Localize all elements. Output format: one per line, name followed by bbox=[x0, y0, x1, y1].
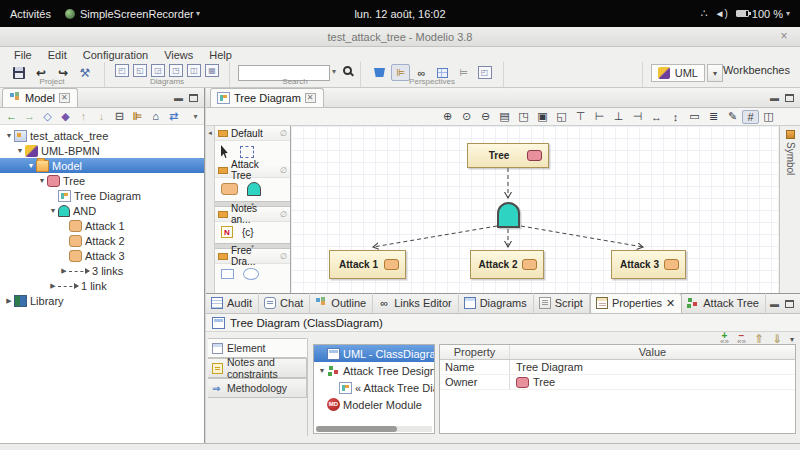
app-menu[interactable]: SimpleScreenRecorder ▾ bbox=[65, 8, 200, 20]
tab-diagrams[interactable]: Diagrams bbox=[459, 293, 534, 313]
horizontal-scrollbar[interactable] bbox=[316, 426, 432, 432]
expander-icon[interactable]: ▼ bbox=[317, 367, 327, 374]
related-diagram-button[interactable]: ◇ bbox=[39, 110, 56, 123]
create-class-diagram-button[interactable]: ◰ bbox=[115, 64, 129, 77]
scrollbar-thumb[interactable] bbox=[316, 426, 397, 432]
node-attack-2[interactable]: Attack 2 bbox=[470, 250, 544, 279]
expander-icon[interactable]: ▶ bbox=[48, 282, 58, 290]
node-attack-3[interactable]: Attack 3 bbox=[611, 250, 686, 279]
menu-configuration[interactable]: Configuration bbox=[75, 48, 156, 62]
tree-item-tree-diagram[interactable]: Tree Diagram bbox=[0, 188, 204, 203]
zoom-in-button[interactable]: ⊕ bbox=[438, 110, 457, 123]
pin-icon[interactable]: ∅ bbox=[280, 252, 287, 261]
sync-with-tree-button[interactable]: ⇄ bbox=[165, 110, 182, 123]
palette-tool-rect[interactable] bbox=[221, 269, 234, 279]
zoom-out-button[interactable]: ⊖ bbox=[476, 110, 495, 123]
close-icon[interactable]: ✕ bbox=[59, 93, 70, 103]
side-tab-notes-and-constraints[interactable]: Notes and constraints bbox=[208, 358, 307, 378]
palette-tool-cursor[interactable] bbox=[221, 145, 231, 158]
collapse-all-button[interactable]: ⊟ bbox=[111, 110, 128, 123]
same-height-button[interactable]: ↕ bbox=[666, 111, 685, 123]
tree-item-attack-1[interactable]: Attack 1 bbox=[0, 218, 204, 233]
search-dropdown[interactable]: ▾ bbox=[330, 64, 339, 76]
palette-tool-ellipse[interactable] bbox=[243, 268, 259, 280]
module-tree-item-attack-tree-designer[interactable]: ▼Attack Tree Designer bbox=[314, 362, 434, 379]
maximize-button[interactable] bbox=[189, 94, 198, 102]
palette-section-attack-tree[interactable]: Attack Tree∅ bbox=[215, 163, 290, 178]
property-row-name[interactable]: NameTree Diagram bbox=[440, 360, 795, 375]
tree-item-test-attack-tree[interactable]: ▼test_attack_tree bbox=[0, 128, 204, 143]
property-value[interactable]: Tree Diagram bbox=[510, 360, 795, 374]
tab-attack-tree[interactable]: Attack Tree bbox=[682, 293, 766, 313]
minimize-button[interactable]: ▬ bbox=[174, 94, 183, 103]
palette-tool-note[interactable]: N bbox=[221, 226, 233, 238]
tab-tree-diagram[interactable]: Tree Diagram ✕ bbox=[210, 88, 324, 107]
menu-edit[interactable]: Edit bbox=[40, 48, 75, 62]
palette-tool-attack[interactable] bbox=[221, 183, 238, 195]
print-button[interactable]: ▤ bbox=[495, 110, 514, 123]
pin-icon[interactable]: ∅ bbox=[280, 129, 287, 138]
tab-properties[interactable]: Properties✕ bbox=[590, 293, 682, 313]
pin-icon[interactable]: ∅ bbox=[280, 166, 287, 175]
create-package-diagram-button[interactable]: ◱ bbox=[133, 64, 147, 77]
close-icon[interactable]: ✕ bbox=[666, 297, 675, 310]
menu-help[interactable]: Help bbox=[201, 48, 240, 62]
expander-icon[interactable]: ▼ bbox=[26, 162, 36, 169]
create-activity-diagram-button[interactable]: ◫ bbox=[187, 64, 201, 77]
tab-model[interactable]: Model ✕ bbox=[2, 88, 78, 107]
minimize-button[interactable]: ▬ bbox=[770, 300, 779, 309]
view-menu-button[interactable]: ▾ bbox=[187, 112, 204, 121]
node-and-gate[interactable] bbox=[497, 202, 520, 228]
view-menu-button[interactable]: ▾ bbox=[790, 335, 794, 344]
workbench-dropdown[interactable]: ▾ bbox=[707, 64, 723, 82]
tree-item-model[interactable]: ▼Model bbox=[0, 158, 204, 173]
side-tab-element[interactable]: Element bbox=[208, 338, 307, 358]
tab-chat[interactable]: Chat bbox=[259, 293, 310, 313]
related-element-button[interactable]: ◆ bbox=[57, 110, 74, 123]
module-tree-item--attack-tree-diagram-[interactable]: « Attack Tree Diagram » bbox=[314, 379, 434, 396]
create-use-case-diagram-button[interactable]: ◲ bbox=[151, 64, 165, 77]
side-tab-methodology[interactable]: ⇒Methodology bbox=[208, 378, 307, 398]
pin-icon[interactable]: ∅ bbox=[280, 210, 287, 219]
align-bottom-button[interactable]: ⊥ bbox=[609, 110, 628, 123]
tree-item-library[interactable]: ▶Library bbox=[0, 293, 204, 308]
tab-outline[interactable]: Outline bbox=[310, 293, 373, 313]
expander-icon[interactable]: ▼ bbox=[48, 207, 58, 214]
distribute-button[interactable]: ≣ bbox=[704, 110, 723, 123]
property-value[interactable]: Tree bbox=[510, 375, 795, 389]
expander-icon[interactable]: ▶ bbox=[4, 297, 14, 305]
node-attack-1[interactable]: Attack 1 bbox=[329, 250, 406, 279]
zoom-actual-button[interactable]: ⊙ bbox=[457, 110, 476, 123]
maximize-button[interactable] bbox=[785, 300, 794, 308]
palette-tool-marquee[interactable] bbox=[240, 146, 254, 158]
nav-back-button[interactable]: ← bbox=[3, 110, 20, 122]
window-close-button[interactable]: × bbox=[776, 29, 792, 45]
align-top-button[interactable]: ⊤ bbox=[571, 110, 590, 123]
screenshot-button[interactable]: ▣ bbox=[533, 110, 552, 123]
expander-icon[interactable]: ▼ bbox=[15, 147, 25, 154]
create-matrix-new-button[interactable]: ▦ bbox=[205, 64, 219, 77]
expander-icon[interactable]: ▼ bbox=[4, 132, 14, 139]
same-width-button[interactable]: ↔ bbox=[647, 111, 666, 123]
tab-audit[interactable]: Audit bbox=[206, 293, 259, 313]
column-header-property[interactable]: Property bbox=[440, 345, 510, 359]
tab-symbol[interactable]: Symbol bbox=[780, 130, 800, 175]
home-button[interactable]: ⌂ bbox=[147, 110, 164, 122]
tree-item-3-links[interactable]: ▶3 links bbox=[0, 263, 204, 278]
align-right-button[interactable]: ⊣ bbox=[628, 110, 647, 123]
search-icon[interactable] bbox=[343, 66, 352, 75]
zoom-selection-button[interactable]: ◱ bbox=[552, 110, 571, 123]
format-paint-button[interactable]: ✎ bbox=[723, 110, 742, 123]
expander-icon[interactable]: ▼ bbox=[37, 177, 47, 184]
menu-file[interactable]: File bbox=[6, 48, 40, 62]
move-down-button[interactable]: ↓ bbox=[93, 110, 110, 122]
palette-section-notes-an-[interactable]: Notes an...∅ bbox=[215, 207, 290, 222]
palette-tool-and[interactable] bbox=[247, 182, 261, 196]
minimize-button[interactable]: ▬ bbox=[770, 94, 779, 103]
palette-tool-constraint[interactable]: {c} bbox=[242, 227, 254, 238]
align-left-button[interactable]: ⊢ bbox=[590, 110, 609, 123]
property-row-owner[interactable]: OwnerTree bbox=[440, 375, 795, 390]
tab-links-editor[interactable]: ∞Links Editor bbox=[373, 293, 458, 313]
maximize-button[interactable] bbox=[785, 94, 794, 102]
link-with-editor-button[interactable]: ⊫ bbox=[129, 110, 146, 123]
